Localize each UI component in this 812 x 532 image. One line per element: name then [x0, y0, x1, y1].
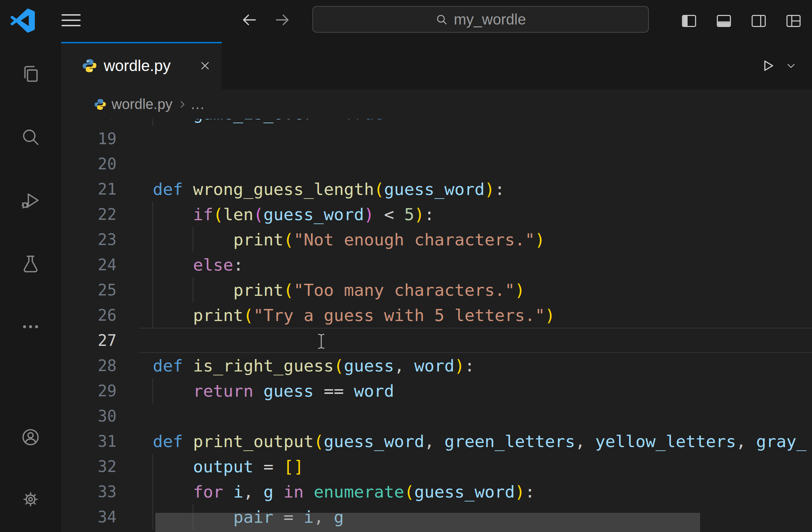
code-line[interactable]: 30 [61, 403, 812, 429]
code-token: yellow_letters [595, 431, 736, 451]
code-line[interactable]: 32 output = [] [61, 454, 812, 479]
line-number[interactable]: 26 [61, 303, 117, 328]
title-bar: my_wordle [0, 0, 812, 42]
accounts-icon[interactable] [20, 427, 41, 447]
code-content [139, 403, 812, 429]
tab-bar: wordle.py [61, 42, 812, 89]
code-token: , [424, 431, 445, 451]
code-token [344, 381, 354, 401]
editor-code-area[interactable]: 18 game_is_over = True192021def wrong_gu… [61, 119, 812, 532]
indent-guide [152, 378, 153, 403]
code-token [334, 119, 344, 123]
line-number[interactable]: 23 [61, 227, 117, 252]
indent-guide [193, 227, 193, 252]
line-number[interactable]: 24 [61, 252, 117, 277]
code-token: ( [374, 179, 384, 199]
code-line[interactable]: 24 else: [61, 252, 812, 277]
tab-wordle-py[interactable]: wordle.py [61, 42, 222, 89]
code-token [314, 119, 324, 123]
command-center-search[interactable]: my_wordle [312, 6, 649, 33]
indent-guide [152, 479, 153, 504]
toggle-primary-sidebar-icon[interactable] [681, 12, 698, 29]
explorer-icon[interactable] [20, 64, 41, 84]
code-token: i [233, 482, 243, 501]
vscode-window: { "colors": { "titlebar_bg": "#181818", … [0, 0, 812, 532]
indent-guide [193, 277, 193, 303]
code-token: len [223, 205, 253, 224]
line-number[interactable]: 19 [61, 126, 117, 151]
code-token: return [193, 381, 253, 401]
breadcrumb-more[interactable]: ... [191, 96, 205, 112]
code-token: guess [344, 356, 394, 375]
indent-guide [152, 303, 153, 328]
code-line[interactable]: 19 [61, 126, 812, 151]
code-line[interactable]: 27 [61, 328, 812, 353]
code-token [153, 255, 193, 275]
breadcrumb-file[interactable]: wordle.py [112, 96, 172, 112]
customize-layout-icon[interactable] [785, 12, 802, 29]
code-token: output [193, 457, 253, 476]
editor-actions [759, 42, 796, 89]
code-content: game_is_over = True [139, 119, 812, 126]
code-token: if [193, 205, 213, 224]
more-actions-icon[interactable] [20, 316, 41, 337]
code-line[interactable]: 18 game_is_over = True [61, 119, 812, 126]
line-number[interactable]: 28 [61, 353, 117, 378]
line-number[interactable]: 33 [61, 479, 117, 504]
code-line[interactable]: 33 for i, g in enumerate(guess_word): [61, 479, 812, 504]
layout-controls [681, 0, 802, 42]
run-and-debug-icon[interactable] [20, 190, 41, 211]
code-line[interactable]: 31def print_output(guess_word, green_let… [61, 429, 812, 454]
run-button[interactable] [759, 58, 776, 74]
code-token: == [324, 381, 344, 401]
manage-gear-icon[interactable] [20, 489, 41, 510]
code-token: ) [515, 482, 525, 501]
code-token: 5 [404, 205, 414, 224]
active-tab-indicator [61, 42, 222, 43]
code-token: ( [284, 230, 294, 249]
code-line[interactable]: 21def wrong_guess_length(guess_word): [61, 177, 812, 202]
testing-icon[interactable] [20, 253, 41, 274]
code-line[interactable]: 29 return guess == word [61, 378, 812, 403]
line-number[interactable]: 22 [61, 202, 117, 227]
code-content: print("Try a guess with 5 letters.") [139, 303, 812, 328]
code-line[interactable]: 25 print("Too many characters.") [61, 277, 812, 303]
line-number[interactable]: 20 [61, 151, 117, 177]
code-token: : [424, 205, 434, 224]
code-token: [] [284, 457, 304, 476]
line-number[interactable]: 31 [61, 429, 117, 454]
indent-guide [152, 202, 153, 227]
close-icon[interactable] [199, 60, 211, 72]
code-line[interactable]: 20 [61, 151, 812, 177]
toggle-secondary-sidebar-icon[interactable] [750, 12, 767, 29]
code-token: True [344, 119, 384, 123]
forward-icon[interactable] [274, 12, 291, 28]
line-number[interactable]: 32 [61, 454, 117, 479]
line-number[interactable]: 34 [61, 504, 117, 530]
code-token [253, 381, 263, 401]
code-token: guess [263, 381, 313, 401]
back-icon[interactable] [241, 12, 257, 28]
line-number[interactable]: 27 [61, 328, 117, 353]
code-token: print [233, 230, 283, 249]
code-token: < [384, 205, 394, 224]
code-token [183, 179, 193, 199]
code-line[interactable]: 22 if(len(guess_word) < 5): [61, 202, 812, 227]
run-dropdown-chevron-icon[interactable] [786, 60, 796, 71]
line-number[interactable]: 29 [61, 378, 117, 403]
code-line[interactable]: 23 print("Not enough characters.") [61, 227, 812, 252]
code-token: in [284, 482, 304, 501]
code-line[interactable]: 26 print("Try a guess with 5 letters.") [61, 303, 812, 328]
menu-icon[interactable] [61, 14, 81, 26]
toggle-panel-icon[interactable] [715, 12, 732, 29]
code-token: , [575, 431, 595, 451]
search-sidebar-icon[interactable] [20, 127, 41, 147]
horizontal-scrollbar[interactable] [155, 513, 700, 532]
code-line[interactable]: 28def is_right_guess(guess, word): [61, 353, 812, 378]
line-number[interactable]: 21 [61, 177, 117, 202]
line-number[interactable]: 30 [61, 403, 117, 429]
line-number[interactable]: 18 [61, 119, 117, 126]
line-number[interactable]: 25 [61, 277, 117, 303]
code-token: : [464, 356, 474, 375]
code-token [183, 431, 193, 451]
